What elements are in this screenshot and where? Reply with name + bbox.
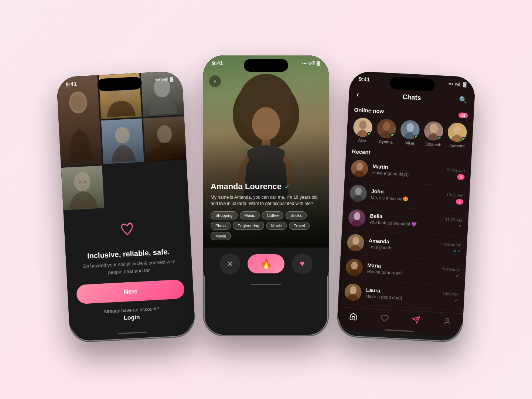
nav-messages[interactable]	[412, 316, 420, 324]
chat-time-bella: 11:23 AM	[445, 217, 463, 222]
online-dot-elizabeth	[438, 136, 443, 140]
back-button[interactable]: ‹	[209, 75, 221, 87]
svg-point-19	[356, 163, 363, 171]
photo-grid	[56, 71, 188, 210]
fire-button[interactable]: 🔥	[248, 254, 284, 273]
avatar-alex	[353, 117, 373, 137]
chat-time-maria: Yesterday	[441, 266, 460, 272]
signal-icon-2: ▪▪▪	[302, 61, 307, 66]
tag-books: Books	[286, 211, 307, 219]
status-icons-2: ▪▪▪ wifi ▓	[302, 61, 320, 66]
tag-movie1: Movie	[266, 222, 287, 230]
online-user-towsend[interactable]: Towsend	[447, 122, 467, 149]
profile-bio: My name is Amanda, you can call me, I'm …	[211, 194, 321, 207]
avatar-name-mikel: Mikel	[405, 141, 414, 146]
already-account-text: Already have an account?	[103, 306, 159, 314]
status-icons-3: ▪▪▪ wifi ▓	[448, 81, 467, 87]
chat-meta-john: 10:35 AM 1	[446, 192, 464, 204]
chat-search-icon[interactable]: 🔍	[455, 96, 467, 105]
online-avatars: Alex Cynthia	[352, 117, 467, 148]
avatar-amanda	[347, 234, 365, 252]
svg-point-17	[430, 123, 438, 133]
profile-name: Amanda Lourence	[211, 182, 282, 191]
avatar-laura	[344, 283, 362, 301]
online-user-mikel[interactable]: Mikel	[400, 120, 420, 146]
tag-piano: Piano	[211, 222, 231, 230]
dynamic-island-1	[97, 76, 142, 91]
time-1: 9:41	[65, 81, 77, 88]
svg-point-16	[406, 123, 414, 132]
online-user-elizabeth[interactable]: Elizabeth	[423, 121, 444, 147]
nav-likes[interactable]	[380, 314, 389, 323]
chat-back-icon[interactable]: ‹	[356, 90, 368, 100]
svg-point-15	[383, 122, 391, 131]
tag-movie2: Movie	[211, 232, 231, 240]
phone-2: 9:41 ▪▪▪ wifi ▓ ‹	[203, 55, 329, 336]
chat-meta-bella: 11:23 AM ✓	[445, 217, 463, 229]
chat-time-laura: 14/04/24	[443, 291, 458, 296]
avatar-bella	[348, 209, 366, 227]
unread-martin: 3	[457, 174, 465, 180]
chat-content-amanda: Amanda Love youhh	[368, 238, 439, 253]
svg-point-18	[453, 125, 461, 134]
svg-point-6	[157, 125, 172, 144]
home-bar-2	[251, 284, 281, 285]
back-icon: ‹	[214, 78, 216, 85]
tick-maria: ✓	[456, 273, 460, 279]
svg-point-20	[355, 187, 362, 196]
chat-meta-maria: Yesterday ✓	[441, 266, 460, 278]
screen-1-content: Inclusive, reliable, safe. Go beyond you…	[63, 204, 195, 331]
svg-point-7	[74, 171, 91, 192]
home-bar-3	[385, 329, 414, 332]
login-link[interactable]: Login	[124, 314, 140, 321]
wifi-icon-2: wifi	[308, 61, 315, 66]
online-count-badge: 18	[458, 112, 468, 118]
online-user-cynthia[interactable]: Cynthia	[376, 119, 396, 145]
nav-home[interactable]	[349, 312, 357, 321]
chat-content-martin: Martin Have a good day))	[372, 163, 443, 179]
tag-engineering: Engineering	[233, 222, 264, 230]
chat-content-john: John Oh, it's amazing🤩	[371, 188, 442, 204]
next-button[interactable]: Next	[76, 279, 185, 304]
avatar-name-towsend: Towsend	[449, 143, 465, 148]
chat-time-john: 10:35 AM	[446, 192, 464, 197]
svg-point-5	[115, 127, 130, 144]
avatar-name-elizabeth: Elizabeth	[424, 141, 441, 147]
phone-3: 9:41 ▪▪▪ wifi ▓ ‹ Chats 🔍 Online now 18	[336, 71, 475, 343]
avatar-elizabeth	[423, 121, 444, 141]
dislike-button[interactable]: ✕	[219, 253, 240, 274]
photo-cell-5	[143, 116, 187, 162]
app-logo	[116, 217, 139, 243]
tagline-heading: Inclusive, reliable, safe.	[87, 248, 170, 260]
avatar-martin	[351, 160, 368, 177]
tag-coffee: Coffee	[262, 211, 283, 219]
avatar-maria	[345, 259, 363, 276]
photo-cell-6	[61, 166, 104, 210]
svg-point-14	[359, 120, 367, 130]
chat-time-amanda: Yesterday	[443, 242, 461, 247]
tick-bella: ✓	[458, 224, 462, 229]
like-button[interactable]: ♥	[292, 253, 313, 274]
avatar-cynthia	[376, 119, 397, 139]
battery-icon: ▓	[170, 76, 173, 81]
online-section: Online now 18 Alex	[346, 103, 474, 153]
online-dot-towsend	[461, 137, 466, 142]
svg-point-21	[354, 212, 361, 221]
status-icons-1: ▪▪▪ wifi ▓	[155, 76, 174, 82]
dynamic-island-3	[390, 76, 435, 91]
nav-profile[interactable]	[443, 317, 451, 326]
avatar-towsend	[447, 122, 467, 143]
photo-cell-4	[101, 118, 144, 164]
chat-meta-amanda: Yesterday ✓✓	[443, 242, 461, 253]
online-dot-cynthia	[391, 133, 395, 138]
chat-content-maria: Maria Maybe tomorrow?	[367, 262, 437, 278]
avatar-mikel	[400, 120, 420, 140]
signal-icon-3: ▪▪▪	[448, 81, 453, 86]
svg-point-22	[352, 237, 359, 245]
tick-laura: ✓	[454, 298, 458, 303]
tag-music: Music	[240, 211, 260, 219]
online-user-alex[interactable]: Alex	[352, 117, 373, 143]
screen-3: 9:41 ▪▪▪ wifi ▓ ‹ Chats 🔍 Online now 18	[337, 71, 475, 337]
profile-info: Amanda Lourence ✓ My name is Amanda, you…	[211, 182, 321, 240]
recent-section: Recent Martin Have a good day)) 5 min ag…	[338, 146, 472, 313]
